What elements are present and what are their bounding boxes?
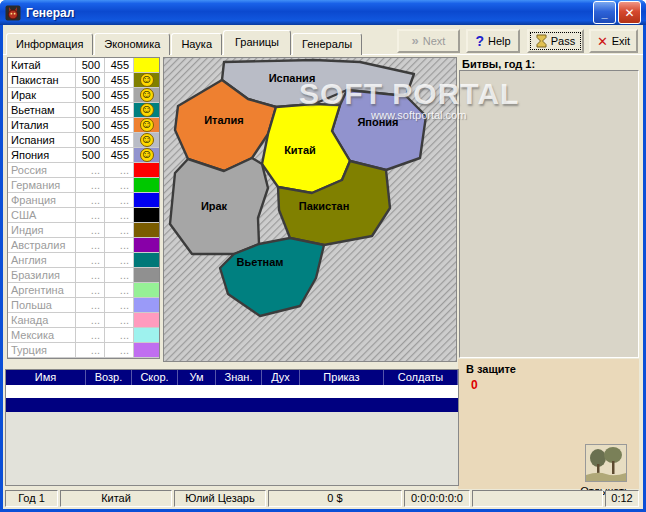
- country-row[interactable]: Франция......: [8, 193, 159, 208]
- help-button[interactable]: ? Help: [466, 29, 520, 53]
- tab-borders[interactable]: Границы: [223, 30, 291, 55]
- country-row[interactable]: Пакистан500455☺: [8, 73, 159, 88]
- country-row[interactable]: Вьетнам500455☺: [8, 103, 159, 118]
- country-row[interactable]: Англия......: [8, 253, 159, 268]
- country-value-cell: ...: [76, 163, 105, 178]
- window-content: ИнформацияЭкономикаНаукаГраницыГенералы …: [3, 25, 643, 509]
- smiley-icon: ☺: [140, 88, 154, 102]
- country-row[interactable]: США......: [8, 208, 159, 223]
- country-row[interactable]: Мексика......: [8, 328, 159, 343]
- tab-science[interactable]: Наука: [171, 33, 222, 55]
- country-value-cell: 455: [105, 88, 134, 103]
- country-name-cell: Индия: [8, 223, 76, 238]
- country-row[interactable]: Австралия......: [8, 238, 159, 253]
- map-region-label: Италия: [204, 114, 244, 126]
- world-map[interactable]: ИспанияЯпонияИталияКитайИракПакистанВьет…: [163, 57, 457, 362]
- country-value-cell: 500: [76, 73, 105, 88]
- country-value-cell: ...: [105, 193, 134, 208]
- battles-title: Битвы, год 1:: [462, 58, 535, 70]
- country-value-cell: 455: [105, 118, 134, 133]
- generals-col-spirit[interactable]: Дух: [262, 370, 300, 385]
- generals-empty-row[interactable]: [6, 385, 458, 398]
- battles-list[interactable]: [459, 70, 639, 358]
- country-row[interactable]: Россия......: [8, 163, 159, 178]
- map-region-label: Япония: [357, 116, 398, 128]
- country-name-cell: Италия: [8, 118, 76, 133]
- generals-col-speed[interactable]: Скор.: [132, 370, 178, 385]
- country-name-cell: Германия: [8, 178, 76, 193]
- minimize-icon: _: [601, 7, 607, 19]
- generals-col-order[interactable]: Приказ: [300, 370, 384, 385]
- status-bar: Год 1КитайЮлий Цезарь0 $0:0:0:0:0:00:12: [5, 490, 641, 507]
- country-value-cell: ...: [76, 223, 105, 238]
- country-color-swatch: [134, 298, 159, 313]
- next-button[interactable]: » Next: [397, 29, 460, 53]
- status-spacer: [472, 490, 603, 507]
- status-country: Китай: [60, 490, 172, 507]
- country-color-swatch: ☺: [134, 88, 159, 103]
- country-row[interactable]: Индия......: [8, 223, 159, 238]
- app-window: Генерал _ ✕ ИнформацияЭкономикаНаукаГран…: [0, 0, 646, 512]
- map-region-label: Испания: [269, 72, 316, 84]
- country-name-cell: Англия: [8, 253, 76, 268]
- country-value-cell: ...: [76, 238, 105, 253]
- country-name-cell: Мексика: [8, 328, 76, 343]
- generals-col-age[interactable]: Возр.: [86, 370, 132, 385]
- exit-button-label: Exit: [612, 35, 630, 47]
- country-name-cell: Канада: [8, 313, 76, 328]
- smiley-icon: ☺: [140, 118, 154, 132]
- country-color-swatch: ☺: [134, 103, 159, 118]
- country-row[interactable]: Италия500455☺: [8, 118, 159, 133]
- country-color-swatch: ☺: [134, 73, 159, 88]
- country-value-cell: ...: [76, 343, 105, 358]
- country-value-cell: 455: [105, 103, 134, 118]
- country-row[interactable]: Канада......: [8, 313, 159, 328]
- country-row[interactable]: Испания500455☺: [8, 133, 159, 148]
- generals-col-mind[interactable]: Ум: [178, 370, 216, 385]
- status-ruler: Юлий Цезарь: [174, 490, 266, 507]
- map-region-label: Пакистан: [299, 200, 350, 212]
- country-row[interactable]: Ирак500455☺: [8, 88, 159, 103]
- generals-selected-row[interactable]: [6, 398, 458, 412]
- tab-economy[interactable]: Экономика: [94, 33, 170, 55]
- country-value-cell: 500: [76, 118, 105, 133]
- country-row[interactable]: Япония500455☺: [8, 148, 159, 163]
- country-name-cell: Австралия: [8, 238, 76, 253]
- tab-information[interactable]: Информация: [6, 33, 93, 55]
- help-button-label: Help: [488, 35, 511, 47]
- country-color-swatch: [134, 328, 159, 343]
- country-value-cell: 500: [76, 148, 105, 163]
- country-name-cell: Пакистан: [8, 73, 76, 88]
- close-button[interactable]: ✕: [618, 1, 641, 24]
- generals-col-knowledge[interactable]: Знан.: [216, 370, 262, 385]
- exit-button[interactable]: ✕ Exit: [589, 29, 638, 53]
- country-value-cell: ...: [105, 223, 134, 238]
- country-row[interactable]: Польша......: [8, 298, 159, 313]
- close-icon: ✕: [624, 6, 634, 20]
- map-svg: ИспанияЯпонияИталияКитайИракПакистанВьет…: [164, 58, 456, 361]
- minimize-button[interactable]: _: [593, 1, 616, 24]
- country-color-swatch: [134, 268, 159, 283]
- trees-image: [586, 445, 626, 481]
- country-row[interactable]: Китай500455: [8, 58, 159, 73]
- generals-col-name[interactable]: Имя: [6, 370, 86, 385]
- country-color-swatch: [134, 163, 159, 178]
- country-value-cell: ...: [76, 253, 105, 268]
- country-color-swatch: [134, 58, 159, 73]
- generals-header-row: ИмяВозр.Скор.УмЗнан.ДухПриказСолдаты: [6, 370, 458, 385]
- title-bar: Генерал _ ✕: [0, 0, 646, 25]
- country-row[interactable]: Германия......: [8, 178, 159, 193]
- tab-generals[interactable]: Генералы: [292, 33, 362, 55]
- country-table: Китай500455Пакистан500455☺Ирак500455☺Вье…: [7, 57, 160, 359]
- country-row[interactable]: Бразилия......: [8, 268, 159, 283]
- country-color-swatch: [134, 343, 159, 358]
- tab-strip: ИнформацияЭкономикаНаукаГраницыГенералы: [6, 31, 363, 55]
- country-row[interactable]: Аргентина......: [8, 283, 159, 298]
- rest-picture[interactable]: [585, 444, 627, 482]
- generals-col-soldiers[interactable]: Солдаты: [384, 370, 458, 385]
- pass-button[interactable]: Pass: [527, 29, 584, 53]
- country-name-cell: Франция: [8, 193, 76, 208]
- country-value-cell: ...: [105, 208, 134, 223]
- country-row[interactable]: Турция......: [8, 343, 159, 358]
- country-name-cell: Польша: [8, 298, 76, 313]
